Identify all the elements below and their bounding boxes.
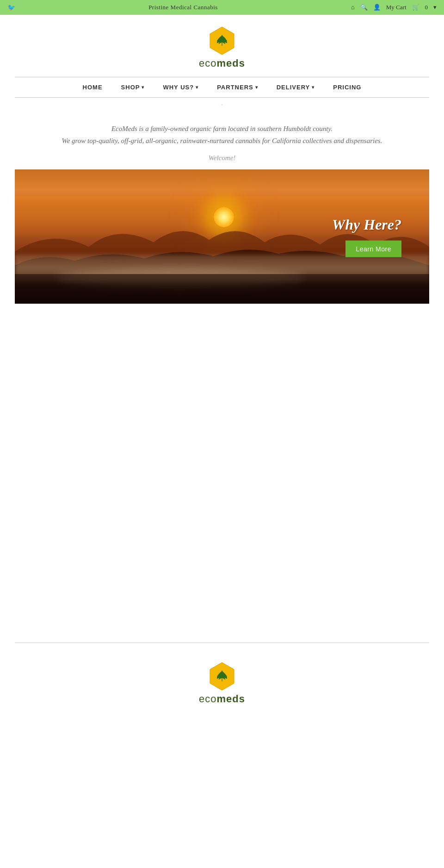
logo-eco: eco (199, 57, 216, 69)
delivery-dropdown-arrow: ▾ (312, 85, 314, 90)
top-bar-right: ⌂ 🔍 👤 My Cart 🛒 0 ▾ (351, 4, 437, 11)
footer-logo-icon (208, 662, 236, 693)
nav-home[interactable]: HOME (83, 84, 103, 91)
nav-delivery[interactable]: DELIVERY ▾ (277, 84, 315, 91)
content-spacer (0, 318, 444, 643)
hero-background: Why Here? Learn More (15, 169, 429, 304)
cart-icon[interactable]: 🛒 (412, 4, 419, 11)
twitter-icon[interactable]: 🐦 (7, 4, 15, 12)
breadcrumb-dot: · (222, 101, 223, 108)
footer-logo-meds: meds (217, 693, 245, 705)
hero-heading: Why Here? (332, 216, 401, 233)
nav-partners[interactable]: PARTNERS ▾ (217, 84, 258, 91)
cart-dropdown-icon[interactable]: ▾ (433, 4, 437, 11)
search-icon[interactable]: 🔍 (360, 4, 368, 11)
hero-section: Why Here? Learn More (15, 169, 429, 304)
intro-line2: We grow top-quality, off-grid, all-organ… (37, 135, 407, 147)
logo-meds: meds (217, 57, 245, 69)
nav-pricing[interactable]: PRICING (333, 84, 361, 91)
partners-dropdown-arrow: ▾ (255, 85, 258, 90)
logo-text: ecomeds (199, 57, 245, 69)
home-icon[interactable]: ⌂ (351, 4, 355, 11)
top-bar-left: 🐦 (7, 4, 15, 12)
main-nav: HOME SHOP ▾ WHY US? ▾ PARTNERS ▾ DELIVER… (0, 77, 444, 97)
footer-area: ecomeds (0, 643, 444, 714)
hero-text-overlay: Why Here? Learn More (332, 216, 401, 257)
site-name: Pristine Medical Cannabis (148, 4, 218, 11)
intro-section: EcoMeds is a family-owned organic farm l… (0, 112, 444, 152)
top-bar: 🐦 Pristine Medical Cannabis ⌂ 🔍 👤 My Car… (0, 0, 444, 15)
footer-logo[interactable]: ecomeds (199, 662, 245, 705)
learn-more-button[interactable]: Learn More (345, 241, 401, 257)
footer-logo-text: ecomeds (199, 693, 245, 705)
hero-dark-bottom (15, 274, 429, 304)
logo-area: ecomeds (0, 15, 444, 77)
intro-line1: EcoMeds is a family-owned organic farm l… (37, 123, 407, 135)
welcome-text: Welcome! (0, 152, 444, 169)
shop-dropdown-arrow: ▾ (142, 85, 144, 90)
breadcrumb: · (0, 98, 444, 112)
why-us-dropdown-arrow: ▾ (196, 85, 198, 90)
cart-label: My Cart (386, 4, 407, 11)
nav-shop[interactable]: SHOP ▾ (121, 84, 145, 91)
logo-icon (208, 26, 236, 57)
footer-logo-eco: eco (199, 693, 216, 705)
cart-count: 0 (425, 4, 428, 11)
user-icon[interactable]: 👤 (373, 4, 381, 11)
nav-why-us[interactable]: WHY US? ▾ (163, 84, 198, 91)
logo-container[interactable]: ecomeds (199, 26, 245, 69)
